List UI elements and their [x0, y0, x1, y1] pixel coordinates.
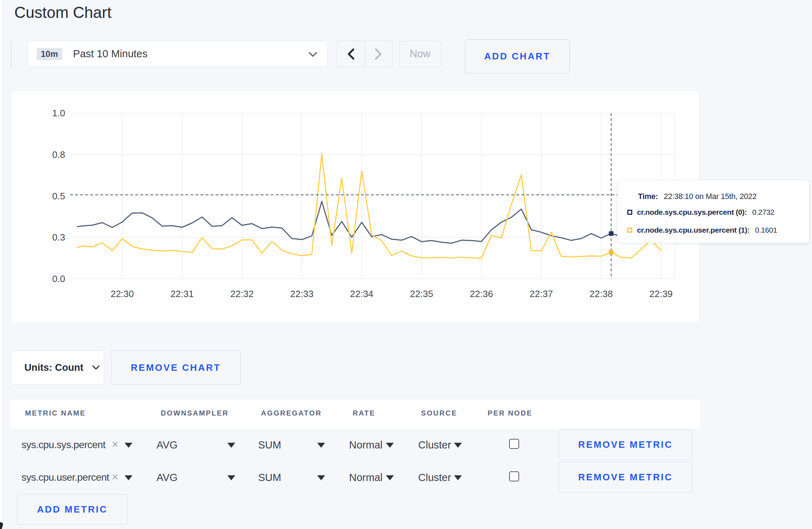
custom-chart-page: Custom Chart 10m Past 10 Minutes Now ADD…: [0, 0, 812, 529]
bottom-left-widget-fragment: [0, 522, 4, 529]
clear-metric-icon[interactable]: ×: [112, 470, 119, 484]
source-select[interactable]: Cluster: [418, 439, 451, 451]
aggregator-caret-icon[interactable]: [317, 443, 325, 448]
now-button[interactable]: Now: [399, 41, 441, 67]
metric-row: sys.cpu.sys.percent×AVGSUMNormalClusterR…: [0, 429, 812, 462]
metric-name-value: sys.cpu.sys.percent: [21, 439, 105, 450]
toolbar-divider: [11, 42, 11, 67]
page-title: Custom Chart: [14, 4, 111, 21]
tooltip-series-value: 0.1601: [755, 226, 777, 234]
tooltip-time-value: 22:38:10 on Mar 15th, 2022: [664, 192, 757, 201]
metric-select-caret-icon[interactable]: [125, 475, 132, 480]
source-select[interactable]: Cluster: [418, 472, 451, 484]
time-backward-button[interactable]: [337, 41, 365, 67]
table-column-header: PER NODE: [488, 409, 532, 417]
x-axis-tick-label: 22:30: [111, 288, 134, 299]
per-node-checkbox[interactable]: [509, 471, 519, 481]
x-axis-tick-label: 22:32: [230, 288, 253, 299]
x-axis-tick-label: 22:38: [590, 288, 613, 299]
crosshair-marker: [609, 250, 613, 254]
chevron-down-icon: [308, 52, 318, 57]
source-caret-icon[interactable]: [454, 443, 462, 448]
rate-caret-icon[interactable]: [386, 475, 394, 480]
remove-metric-button[interactable]: REMOVE METRIC: [559, 429, 692, 460]
downsampler-caret-icon[interactable]: [227, 475, 235, 480]
add-chart-button[interactable]: ADD CHART: [465, 39, 570, 73]
metric-row: sys.cpu.user.percent×AVGSUMNormalCluster…: [0, 461, 812, 494]
metric-name-select[interactable]: sys.cpu.user.percent: [21, 472, 109, 483]
tooltip-series-entry: cr.node.sys.cpu.user.percent (1):0.1601: [627, 224, 777, 236]
y-axis-tick-label: 0.5: [52, 191, 65, 202]
series-legend-square-icon: [627, 210, 632, 215]
time-range-label: Past 10 Minutes: [73, 48, 148, 60]
aggregator-select[interactable]: SUM: [258, 472, 281, 484]
x-axis-tick-label: 22:34: [350, 288, 373, 299]
time-forward-button[interactable]: [365, 41, 392, 67]
aggregator-select[interactable]: SUM: [258, 439, 281, 451]
metric-select-caret-icon[interactable]: [125, 443, 132, 448]
downsampler-select[interactable]: AVG: [156, 472, 178, 484]
metrics-table-header: METRIC NAMEDOWNSAMPLERAGGREGATORRATESOUR…: [10, 400, 700, 429]
x-axis-tick-label: 22:35: [410, 288, 433, 299]
chevron-down-icon: [92, 365, 100, 370]
tooltip-time-label: Time:: [638, 192, 658, 201]
downsampler-select[interactable]: AVG: [156, 439, 178, 451]
table-column-header: METRIC NAME: [25, 409, 86, 417]
time-range-badge: 10m: [37, 48, 62, 60]
metric-name-value: sys.cpu.user.percent: [21, 472, 109, 483]
aggregator-caret-icon[interactable]: [317, 475, 325, 480]
time-nav-group: [337, 41, 392, 67]
per-node-checkbox[interactable]: [509, 439, 519, 449]
y-axis-tick-label: 0.3: [52, 232, 65, 243]
units-dropdown[interactable]: Units: Count: [11, 350, 104, 385]
source-caret-icon[interactable]: [454, 475, 462, 480]
remove-chart-button[interactable]: REMOVE CHART: [111, 350, 241, 385]
rate-select[interactable]: Normal: [349, 472, 382, 484]
y-axis-tick-label: 0.8: [52, 149, 65, 160]
tooltip-series-value: 0.2732: [752, 208, 774, 217]
series-legend-square-icon: [627, 228, 632, 233]
table-column-header: RATE: [353, 409, 375, 417]
table-column-header: DOWNSAMPLER: [161, 409, 229, 417]
rate-caret-icon[interactable]: [386, 443, 394, 448]
table-column-header: AGGREGATOR: [261, 409, 322, 417]
crosshair-marker: [609, 231, 613, 236]
chevron-left-icon: [347, 48, 355, 60]
x-axis-tick-label: 22:33: [290, 288, 314, 299]
chart-card: 0.00.30.50.81.022:3022:3122:3222:3322:34…: [11, 91, 700, 323]
chart-hover-tooltip: Time: 22:38:10 on Mar 15th, 2022 cr.node…: [617, 180, 809, 243]
y-axis-tick-label: 1.0: [52, 108, 65, 118]
downsampler-caret-icon[interactable]: [227, 443, 235, 448]
chart-series-line: [77, 154, 661, 258]
metrics-line-chart[interactable]: 0.00.30.50.81.022:3022:3122:3222:3322:34…: [11, 91, 700, 324]
y-axis-tick-label: 0.0: [52, 273, 65, 284]
tooltip-series-name: cr.node.sys.cpu.user.percent (1):: [637, 226, 750, 234]
x-axis-tick-label: 22:37: [530, 288, 553, 299]
metric-name-select[interactable]: sys.cpu.sys.percent: [21, 439, 105, 451]
chevron-right-icon: [374, 48, 382, 60]
time-range-dropdown[interactable]: 10m Past 10 Minutes: [28, 41, 328, 67]
units-dropdown-label: Units: Count: [24, 362, 83, 373]
x-axis-tick-label: 22:36: [470, 288, 493, 299]
table-column-header: SOURCE: [421, 409, 457, 417]
tooltip-series-name: cr.node.sys.cpu.sys.percent (0):: [637, 208, 747, 217]
remove-metric-button[interactable]: REMOVE METRIC: [559, 462, 692, 492]
x-axis-tick-label: 22:31: [170, 288, 194, 299]
clear-metric-icon[interactable]: ×: [112, 438, 119, 451]
x-axis-tick-label: 22:39: [649, 288, 673, 299]
tooltip-series-entry: cr.node.sys.cpu.sys.percent (0):0.2732: [627, 206, 774, 218]
rate-select[interactable]: Normal: [349, 439, 382, 451]
tooltip-time-row: Time: 22:38:10 on Mar 15th, 2022: [638, 190, 757, 203]
add-metric-button[interactable]: ADD METRIC: [17, 494, 127, 525]
